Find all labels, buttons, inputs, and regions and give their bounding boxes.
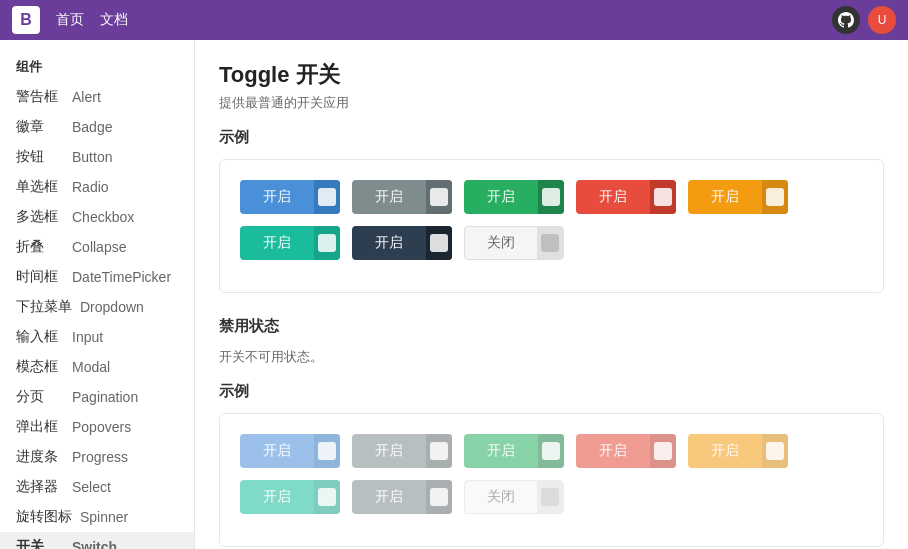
section1-title: 示例 [219,128,884,147]
toggle-row-2: 开启 开启 关闭 [240,226,863,260]
sidebar-item-input[interactable]: 输入框 Input [0,322,194,352]
main-content: Toggle 开关 提供最普通的开关应用 示例 开启 开启 [195,40,908,549]
nav-home[interactable]: 首页 [56,11,84,29]
sidebar: 组件 警告框 Alert 徽章 Badge 按钮 Button 单选框 Radi… [0,40,195,549]
toggle-red-handle [650,180,676,214]
example-box-1: 开启 开启 开启 [219,159,884,293]
topnav: B 首页 文档 U [0,0,908,40]
section2-example-title: 示例 [219,382,884,401]
toggle-gray-handle [426,180,452,214]
toggle-yellow-on[interactable]: 开启 [688,180,788,214]
section2-title: 禁用状态 [219,317,884,336]
sidebar-item-popovers[interactable]: 弹出框 Popovers [0,412,194,442]
section-examples: 示例 开启 开启 [219,128,884,293]
toggle-cyan-on[interactable]: 开启 [240,226,340,260]
toggle-gray-disabled: 开启 [352,434,452,468]
toggle-blue-disabled-handle [314,434,340,468]
toggle-red-disabled-handle [650,434,676,468]
toggle-dark-on[interactable]: 开启 [352,226,452,260]
sidebar-item-button[interactable]: 按钮 Button [0,142,194,172]
toggle-gray-disabled-handle [426,434,452,468]
github-icon[interactable] [832,6,860,34]
toggle-red-on[interactable]: 开启 [576,180,676,214]
sidebar-item-dropdown[interactable]: 下拉菜单 Dropdown [0,292,194,322]
sidebar-item-select[interactable]: 选择器 Select [0,472,194,502]
toggle-yellow-disabled: 开启 [688,434,788,468]
toggle-cyan-disabled: 开启 [240,480,340,514]
toggle-off-disabled: 关闭 [464,480,564,514]
toggle-green-on[interactable]: 开启 [464,180,564,214]
toggle-green-disabled-handle [538,434,564,468]
sidebar-section-title: 组件 [0,52,194,82]
toggle-blue-disabled: 开启 [240,434,340,468]
toggle-green-handle [538,180,564,214]
sidebar-item-datetimepicker[interactable]: 时间框 DateTimePicker [0,262,194,292]
toggle-off-disabled-handle [537,481,563,513]
toggle-gray-on[interactable]: 开启 [352,180,452,214]
sidebar-item-switch[interactable]: 开关 Switch [0,532,194,549]
toggle-row-1: 开启 开启 开启 [240,180,863,214]
nav-docs[interactable]: 文档 [100,11,128,29]
toggle-off-handle [537,227,563,259]
toggle-blue-handle [314,180,340,214]
page-title: Toggle 开关 [219,60,884,90]
page-description: 提供最普通的开关应用 [219,94,884,112]
toggle-green-disabled: 开启 [464,434,564,468]
section-disabled: 禁用状态 开关不可用状态。 示例 开启 开启 [219,317,884,547]
toggle-dark-handle [426,226,452,260]
toggle-gray-disabled-2-handle [426,480,452,514]
toggle-off-state[interactable]: 关闭 [464,226,564,260]
toggle-cyan-disabled-handle [314,480,340,514]
logo: B [12,6,40,34]
sidebar-item-alert[interactable]: 警告框 Alert [0,82,194,112]
disabled-toggle-row-2: 开启 开启 关闭 [240,480,863,514]
topnav-icons: U [832,6,896,34]
sidebar-item-collapse[interactable]: 折叠 Collapse [0,232,194,262]
sidebar-item-radio[interactable]: 单选框 Radio [0,172,194,202]
sidebar-item-badge[interactable]: 徽章 Badge [0,112,194,142]
sidebar-item-modal[interactable]: 模态框 Modal [0,352,194,382]
sidebar-item-spinner[interactable]: 旋转图标 Spinner [0,502,194,532]
toggle-blue-on[interactable]: 开启 [240,180,340,214]
disabled-toggle-row-1: 开启 开启 开启 [240,434,863,468]
sidebar-item-checkbox[interactable]: 多选框 Checkbox [0,202,194,232]
section2-desc: 开关不可用状态。 [219,348,884,366]
toggle-red-disabled: 开启 [576,434,676,468]
toggle-cyan-handle [314,226,340,260]
toggle-yellow-handle [762,180,788,214]
example-box-2: 开启 开启 开启 [219,413,884,547]
sidebar-item-progress[interactable]: 进度条 Progress [0,442,194,472]
user-avatar[interactable]: U [868,6,896,34]
toggle-gray-disabled-2: 开启 [352,480,452,514]
sidebar-item-pagination[interactable]: 分页 Pagination [0,382,194,412]
toggle-yellow-disabled-handle [762,434,788,468]
